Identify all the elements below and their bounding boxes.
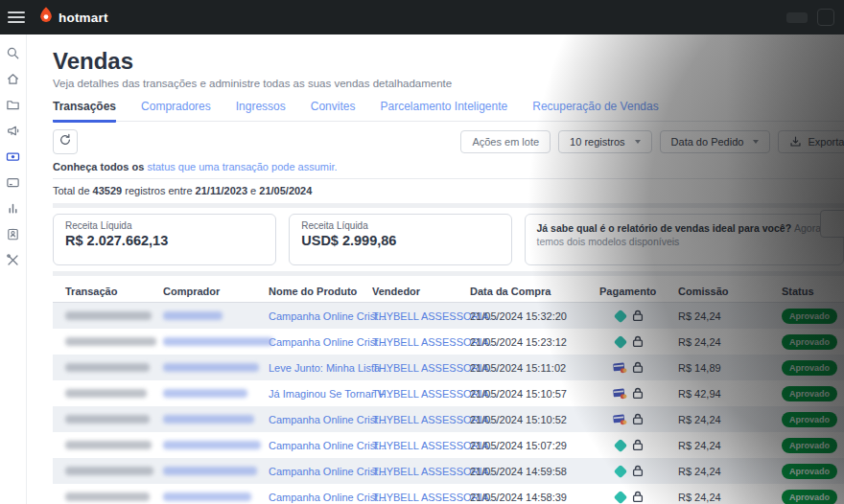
status-badge: Aprovado <box>782 464 837 479</box>
status-badge: Aprovado <box>782 412 837 427</box>
flame-icon <box>38 7 54 28</box>
table-row[interactable]: Campanha Online Crist... THYBELL ASSESSO… <box>53 303 844 329</box>
buyer-name-redacted <box>163 441 261 449</box>
date-range-start: 21/11/2023 <box>196 185 247 196</box>
sidebar-item-search[interactable] <box>0 40 27 66</box>
menu-icon[interactable] <box>8 11 25 23</box>
lock-icon <box>632 465 644 477</box>
commission-value: R$ 14,89 <box>678 362 782 374</box>
sidebar-item-wallet[interactable] <box>0 170 27 195</box>
product-link[interactable]: Campanha Online Crist... <box>269 310 387 322</box>
buyer-name-redacted <box>163 415 254 424</box>
sidebar-item-analytics[interactable] <box>0 195 27 221</box>
chevron-down-icon <box>753 140 759 144</box>
product-link[interactable]: Campanha Online Crist... <box>269 492 387 503</box>
date-filter-dropdown[interactable]: Data do Pedido <box>660 130 771 153</box>
commission-value: R$ 24,24 <box>678 466 782 477</box>
payment-method-icon <box>613 309 627 322</box>
banner-action-button[interactable] <box>820 210 844 238</box>
lock-icon <box>632 309 644 322</box>
divider <box>53 178 844 179</box>
table-row[interactable]: Campanha Online Crist... THYBELL ASSESSO… <box>53 432 844 458</box>
brand-logo[interactable]: hotmart <box>38 7 108 28</box>
product-link[interactable]: Campanha Online Crist... <box>269 440 387 451</box>
net-revenue-usd-card: Receita Líquida USD$ 2.999,86 <box>289 214 511 265</box>
col-header-pagamento: Pagamento <box>599 286 678 297</box>
home-icon <box>6 72 20 86</box>
refresh-icon <box>59 133 72 150</box>
table-row[interactable]: Campanha Online Crist... THYBELL ASSESSO… <box>53 484 844 504</box>
status-badge: Aprovado <box>782 334 837 350</box>
tab-convites[interactable]: Convites <box>311 100 356 121</box>
table-row[interactable]: Leve Junto: Minha Lista ... THYBELL ASSE… <box>53 355 844 380</box>
buyer-name-redacted <box>163 363 259 372</box>
report-promo-banner: Já sabe qual é o relatório de vendas ide… <box>525 214 844 265</box>
tab-recuperacao-de-vendas[interactable]: Recuperação de Vendas <box>532 100 658 121</box>
lock-icon <box>632 387 644 400</box>
tab-ingressos[interactable]: Ingressos <box>236 100 286 121</box>
sidebar-item-tools[interactable] <box>0 247 27 273</box>
sidebar-item-home[interactable] <box>0 66 27 92</box>
refresh-button[interactable] <box>53 129 78 154</box>
sidebar <box>0 34 27 504</box>
pix-icon <box>613 334 626 348</box>
product-link[interactable]: Campanha Online Crist... <box>269 336 387 348</box>
table-row[interactable]: Campanha Online Crist... THYBELL ASSESSO… <box>53 458 844 484</box>
product-link[interactable]: Campanha Online Crist... <box>269 414 387 425</box>
purchase-date: 21/05/2024 14:59:58 <box>470 466 599 477</box>
transaction-id-redacted <box>65 389 147 398</box>
topbar: hotmart <box>0 0 844 34</box>
net-revenue-brl-card: Receita Líquida R$ 2.027.662,13 <box>53 214 276 265</box>
commission-value: R$ 24,24 <box>678 414 782 425</box>
wallet-icon <box>6 175 20 190</box>
lock-icon <box>632 413 644 425</box>
sidebar-item-account[interactable] <box>0 221 27 247</box>
export-button[interactable]: Exportar <box>778 130 844 153</box>
table-header: Transação Comprador Nome do Produto Vend… <box>53 280 844 303</box>
status-badge: Aprovado <box>782 490 837 504</box>
status-help-link[interactable]: status que uma transação pode assumir. <box>147 161 337 172</box>
tab-bar: Transações Compradores Ingressos Convite… <box>53 100 844 122</box>
toolbar-controls: Ações em lote 10 registros Data do Pedid… <box>460 130 844 153</box>
search-icon <box>6 46 20 60</box>
pix-icon <box>613 464 626 477</box>
table-row[interactable]: Já Imaginou Se Tornar V... THYBELL ASSES… <box>53 380 844 406</box>
sidebar-item-sales-active[interactable] <box>0 144 27 170</box>
buyer-name-redacted <box>163 311 223 320</box>
status-note: Conheça todos os status que uma transaçã… <box>53 161 844 172</box>
credit-card-icon <box>613 388 627 400</box>
topbar-app-icon[interactable] <box>817 9 834 26</box>
tab-parcelamento-inteligente[interactable]: Parcelamento Inteligente <box>380 100 507 121</box>
transaction-id-redacted <box>65 441 152 449</box>
payment-method-icon <box>613 387 627 400</box>
product-link[interactable]: Campanha Online Crist... <box>269 466 387 477</box>
section-band <box>53 203 844 208</box>
payment-method-icon <box>613 439 627 451</box>
transaction-id-redacted <box>65 337 156 346</box>
buyer-name-redacted <box>163 389 247 398</box>
id-badge-icon <box>6 227 20 241</box>
date-range-end: 21/05/2024 <box>259 185 312 196</box>
topbar-widget-icon[interactable] <box>786 12 808 23</box>
purchase-date: 21/05/2024 15:11:02 <box>470 362 599 374</box>
records-per-page-dropdown[interactable]: 10 registros <box>558 130 651 153</box>
card-label: Receita Líquida <box>301 220 499 231</box>
folder-icon <box>6 98 20 112</box>
megaphone-icon <box>6 124 20 138</box>
status-badge: Aprovado <box>782 309 837 324</box>
sidebar-item-marketing[interactable] <box>0 118 27 144</box>
table-row[interactable]: Campanha Online Crist... THYBELL ASSESSO… <box>53 329 844 355</box>
pix-icon <box>613 490 626 503</box>
tab-transacoes[interactable]: Transações <box>53 100 116 123</box>
lock-icon <box>632 335 644 348</box>
status-badge: Aprovado <box>782 438 837 453</box>
sidebar-item-products[interactable] <box>0 92 27 118</box>
tab-compradores[interactable]: Compradores <box>141 100 211 121</box>
col-header-comprador: Comprador <box>163 286 269 297</box>
records-count: 43529 <box>93 185 123 196</box>
transaction-id-redacted <box>65 311 152 320</box>
card-value: USD$ 2.999,86 <box>301 233 499 248</box>
commission-value: R$ 42,94 <box>678 388 782 400</box>
bulk-actions-button[interactable]: Ações em lote <box>460 130 551 153</box>
table-row[interactable]: Campanha Online Crist... THYBELL ASSESSO… <box>53 406 844 432</box>
